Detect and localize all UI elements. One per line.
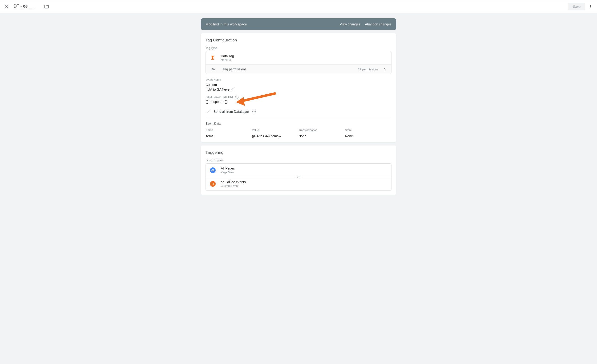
cell-transformation: None	[298, 134, 345, 138]
view-changes-link[interactable]: View changes	[340, 22, 360, 26]
folder-icon[interactable]	[44, 4, 49, 9]
tag-type-name: Data Tag	[221, 54, 234, 58]
event-name-block: Event Name Custom {{UA to GA4 event}}	[205, 78, 392, 91]
check-icon	[205, 110, 210, 113]
tag-configuration-card: Tag Configuration Tag Type Data Tag stap…	[201, 33, 396, 142]
permissions-count: 12 permissions	[358, 68, 378, 71]
tag-type-row[interactable]: Data Tag stape-io	[206, 51, 391, 64]
event-name-variable: {{UA to GA4 event}}	[205, 87, 392, 91]
cell-value: {{UA to GA4 items}}	[252, 134, 299, 138]
pageview-icon	[210, 167, 216, 173]
close-icon[interactable]	[4, 4, 9, 9]
server-url-value: {{transport url}}	[205, 100, 392, 103]
cell-name: items	[205, 134, 252, 138]
arrow-annotation	[234, 92, 276, 106]
col-transformation: Transformation	[298, 128, 345, 132]
data-tag-icon	[210, 55, 216, 61]
trigger-name: All Pages	[221, 166, 235, 170]
svg-point-0	[590, 5, 591, 6]
custom-event-icon	[210, 181, 216, 187]
col-value: Value	[252, 128, 299, 132]
event-data-label: Event Data	[205, 122, 392, 125]
col-store: Store	[345, 128, 392, 132]
svg-point-2	[590, 8, 591, 8]
save-button[interactable]: Save	[568, 3, 585, 10]
triggering-title: Triggering	[205, 150, 392, 155]
tag-config-title: Tag Configuration	[205, 38, 392, 43]
table-row: items {{UA to GA4 items}} None None	[205, 134, 392, 138]
tag-type-box: Data Tag stape-io Tag permissions 12 per…	[205, 51, 392, 74]
tag-type-label: Tag Type	[205, 46, 392, 50]
help-icon[interactable]: ?	[235, 95, 238, 99]
trigger-list: All Pages Page View OR ce - all ee event…	[205, 163, 392, 191]
firing-triggers-label: Firing Triggers	[205, 159, 392, 162]
banner-message: Modified in this workspace	[205, 22, 335, 26]
server-url-block: GTM Server Side URL ? {{transport url}}	[205, 95, 392, 103]
trigger-type: Custom Event	[221, 184, 246, 188]
send-all-label: Send all from DataLayer	[213, 110, 249, 113]
chevron-right-icon	[383, 67, 387, 71]
event-name-value: Custom	[205, 83, 392, 87]
trigger-name: ce - all ee events	[221, 180, 246, 184]
event-name-label: Event Name	[205, 78, 392, 81]
triggering-card: Triggering Firing Triggers All Pages Pag…	[201, 145, 396, 195]
event-data-table: Name Value Transformation Store items {{…	[205, 128, 392, 138]
tag-name-input[interactable]: DT - ee	[14, 4, 35, 9]
trigger-type: Page View	[221, 171, 235, 174]
tag-type-provider: stape-io	[221, 58, 234, 62]
col-name: Name	[205, 128, 252, 132]
tag-permissions-row[interactable]: Tag permissions 12 permissions	[206, 64, 391, 74]
send-all-row: Send all from DataLayer ?	[205, 108, 392, 118]
trigger-row[interactable]: ce - all ee events Custom Event	[206, 177, 391, 190]
svg-point-1	[590, 6, 591, 7]
editor-header: DT - ee Save	[0, 0, 597, 13]
trigger-row[interactable]: All Pages Page View	[206, 164, 391, 177]
abandon-changes-link[interactable]: Abandon changes	[365, 22, 392, 26]
permissions-label: Tag permissions	[223, 67, 358, 71]
more-menu-icon[interactable]	[588, 4, 593, 9]
key-icon	[212, 67, 216, 71]
cell-store: None	[345, 134, 392, 138]
modified-banner: Modified in this workspace View changes …	[201, 18, 396, 30]
server-url-label: GTM Server Side URL	[205, 95, 234, 99]
help-icon[interactable]: ?	[252, 110, 256, 113]
